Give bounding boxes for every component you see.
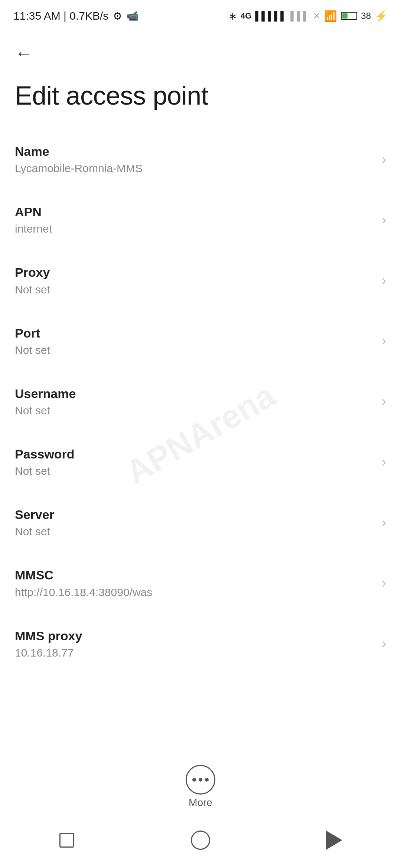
status-bar: 11:35 AM | 0.7KB/s ⚙ 📹 ∗ 4G ▌▌▌▌▌ ▌▌▌ ✕ …: [0, 0, 401, 30]
settings-item-apn[interactable]: APN internet ›: [15, 190, 386, 250]
settings-item-content: Name Lycamobile-Romnia-MMS: [15, 143, 374, 175]
settings-label: Username: [15, 385, 374, 402]
settings-item-content: Proxy Not set: [15, 264, 374, 296]
battery-fill: [342, 13, 348, 19]
battery-percent: 38: [361, 11, 371, 21]
navigation-bar: [0, 820, 401, 868]
settings-item-content: APN internet: [15, 204, 374, 236]
signal-4g-icon: 4G: [241, 11, 251, 21]
dot2: [199, 778, 202, 782]
dot3: [205, 778, 209, 782]
settings-label: APN: [15, 204, 374, 220]
settings-value: Lycamobile-Romnia-MMS: [15, 161, 374, 175]
settings-value: Not set: [15, 403, 374, 418]
video-icon: 📹: [127, 10, 138, 22]
nav-recents-button[interactable]: [52, 825, 82, 855]
chevron-right-icon: ›: [382, 636, 386, 651]
battery-icon: [341, 12, 357, 20]
settings-value: Not set: [15, 343, 374, 357]
settings-item-mms-proxy[interactable]: MMS proxy 10.16.18.77 ›: [15, 614, 386, 674]
settings-item-content: Port Not set: [15, 325, 374, 357]
signal-bars-icon: ▌▌▌▌▌: [255, 11, 287, 21]
chevron-right-icon: ›: [382, 515, 386, 530]
settings-value: Not set: [15, 282, 374, 297]
dot1: [192, 778, 196, 782]
status-time: 11:35 AM | 0.7KB/s ⚙ 📹: [13, 10, 138, 22]
settings-label: Proxy: [15, 264, 374, 280]
status-icons: ∗ 4G ▌▌▌▌▌ ▌▌▌ ✕ 📶 38 ⚡: [228, 10, 388, 22]
home-icon: [191, 831, 210, 850]
chevron-right-icon: ›: [382, 454, 386, 470]
settings-label: Name: [15, 143, 374, 160]
chevron-right-icon: ›: [382, 273, 386, 288]
nav-back-button[interactable]: [319, 825, 349, 855]
settings-icon: ⚙: [113, 10, 122, 22]
settings-item-username[interactable]: Username Not set ›: [15, 371, 386, 432]
settings-item-name[interactable]: Name Lycamobile-Romnia-MMS ›: [15, 129, 386, 190]
settings-label: MMS proxy: [15, 628, 374, 644]
settings-item-content: MMSC http://10.16.18.4:38090/was: [15, 567, 374, 599]
settings-label: Port: [15, 325, 374, 341]
settings-item-content: Password Not set: [15, 446, 374, 478]
bluetooth-icon: ∗: [228, 10, 237, 22]
settings-item-mmsc[interactable]: MMSC http://10.16.18.4:38090/was ›: [15, 553, 386, 613]
settings-item-password[interactable]: Password Not set ›: [15, 432, 386, 492]
settings-item-content: Username Not set: [15, 385, 374, 418]
settings-value: Not set: [15, 464, 374, 478]
wifi-icon: 📶: [324, 10, 337, 22]
more-dots: [192, 778, 209, 782]
more-button[interactable]: More: [186, 765, 215, 809]
settings-list: Name Lycamobile-Romnia-MMS › APN interne…: [0, 129, 401, 674]
settings-value: 10.16.18.77: [15, 645, 374, 660]
settings-label: Password: [15, 446, 374, 462]
more-label: More: [189, 797, 212, 809]
recents-icon: [59, 833, 74, 848]
signal-bars2-icon: ▌▌▌: [290, 11, 309, 21]
chevron-right-icon: ›: [382, 575, 386, 591]
settings-value: Not set: [15, 524, 374, 539]
back-icon: [326, 831, 342, 850]
nav-home-button[interactable]: [186, 825, 215, 855]
settings-item-content: Server Not set: [15, 506, 374, 539]
settings-item-port[interactable]: Port Not set ›: [15, 311, 386, 371]
toolbar: ←: [0, 30, 401, 73]
settings-label: MMSC: [15, 567, 374, 583]
chevron-right-icon: ›: [382, 212, 386, 228]
chevron-right-icon: ›: [382, 152, 386, 167]
chevron-right-icon: ›: [382, 394, 386, 409]
back-arrow-icon: ←: [15, 43, 33, 63]
settings-item-content: MMS proxy 10.16.18.77: [15, 628, 374, 660]
settings-item-proxy[interactable]: Proxy Not set ›: [15, 250, 386, 310]
more-circle-icon: [186, 765, 215, 795]
settings-value: internet: [15, 221, 374, 236]
settings-value: http://10.16.18.4:38090/was: [15, 585, 374, 599]
settings-item-server[interactable]: Server Not set ›: [15, 492, 386, 553]
settings-label: Server: [15, 506, 374, 523]
back-button[interactable]: ←: [11, 41, 36, 66]
charging-icon: ⚡: [375, 10, 388, 22]
page-title: Edit access point: [0, 73, 401, 129]
time-text: 11:35 AM | 0.7KB/s: [13, 10, 108, 22]
chevron-right-icon: ›: [382, 333, 386, 349]
no-signal-icon: ✕: [313, 11, 320, 21]
